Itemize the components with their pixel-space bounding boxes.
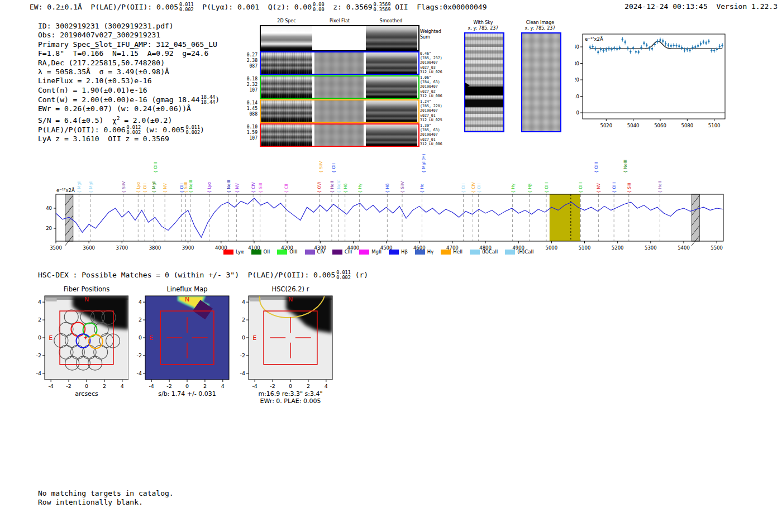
svg-text:5200: 5200 [612,245,624,251]
fiber-row-id: 1.06"(784, 63)20190407v027_02312_LU_006 [420,75,454,98]
header-summary-line: EW: 0.2±0.1Å P(LAE)/P(OII): 0.0050.0110.… [30,2,487,12]
fiber-2dspec-image [261,52,312,74]
svg-text:5100: 5100 [579,245,591,251]
svg-text:-2: -2 [166,383,171,389]
stacked-uncertainty: 0.0110.002 [184,125,200,135]
emission-line-label: { NV [163,183,168,193]
weighted-sum-label: WeightedSum [420,29,441,40]
svg-text:20: 20 [46,226,52,231]
legend-item: CIII [332,249,352,255]
compass-north-label: N [288,296,293,303]
fiber-row-weights: 0.182.32107 [242,76,258,93]
legend-item: (H)CaII [505,249,533,255]
svg-text:5080: 5080 [681,123,694,128]
footer-line: Row intentionally blank. [38,498,174,507]
emission-line-label: { OIII [544,182,549,193]
legend-swatch [223,250,233,255]
clean-title: Clean Image [512,20,568,25]
clean-image [521,32,561,132]
legend-swatch [332,250,342,255]
svg-text:5500: 5500 [711,245,723,251]
legend-item: OII [251,249,270,255]
info-line: LineFlux = 2.10(±0.53)e-16 [38,76,220,85]
panel-caption: s/b: 1.74 +/- 0.031 [158,390,216,397]
info-line: ID: 3002919231 (3002919231.pdf) [38,22,220,31]
weighted-sum-smoothed-image [366,26,417,50]
stacked-uncertainty: 0.0120.002 [126,125,141,135]
svg-text:-4: -4 [240,370,245,376]
footer-note: No matching targets in catalog.Row inten… [38,489,174,507]
legend-swatch [359,250,369,255]
svg-text:-2: -2 [270,383,275,389]
emission-line-label: { CIV [471,181,476,193]
stacked-uncertainty: 0.0110.002 [178,2,194,12]
emission-line-label: { HeII [657,181,662,193]
fiber-smoothed-image [366,52,417,74]
svg-text:e⁻¹⁷x2Å: e⁻¹⁷x2Å [56,187,75,193]
svg-text:5100: 5100 [708,123,721,128]
emission-line-label: { Hγ [357,183,363,193]
panel-caption: arcsecs [75,390,98,397]
detection-info-block: ID: 3002919231 (3002919231.pdf)Obs: 2019… [38,22,220,144]
legend-swatch [251,250,261,255]
emission-line-label: { Hγ [511,183,516,193]
hsc-dex-match-line: HSC-DEX : Possible Matches = 0 (within +… [38,270,368,280]
emission-line-label: { OIII [578,182,583,193]
emission-line-label: { Hε [419,184,425,193]
legend-item: OIII [277,249,297,255]
svg-text:2: 2 [307,383,310,389]
info-line: Cont(w) = 2.00(±0.00)e-16 (gmag 18.4418.… [38,95,220,104]
info-line: F=1.8" T=0.166 N=1.15 A=0.92 g=24.6 [38,49,220,58]
svg-text:-2: -2 [240,352,245,358]
svg-text:3500: 3500 [50,245,62,251]
elixer-report: EW: 0.2±0.1Å P(LAE)/P(OII): 0.0050.0110.… [0,0,782,532]
info-line: S/N = 6.4(±0.5) χ2 = 2.0(±0.2) [38,114,220,126]
panel-caption: EWr: 0. PLAE: 0.005 [260,397,321,405]
info-line: RA,Dec (217.225815,50.748280) [38,59,220,68]
fiber-row-weights: 0.141.45088 [242,100,258,117]
legend-swatch [470,250,480,255]
svg-text:0: 0 [139,334,142,341]
stacked-uncertainty: 0.35690.3569 [373,2,391,12]
fiber-pixelflat-image [314,76,364,98]
header-timestamp-version: 2024-12-24 00:13:45 Version 1.22.3 [624,2,778,11]
svg-text:4: 4 [221,383,225,389]
emission-line-label: { NV [596,183,601,193]
emission-line-label: { OVI [317,182,322,193]
emission-line-label: { CIV [251,181,256,193]
pixel-flat-title: Pixel Flat [321,18,358,23]
emission-line-label: { HeII [330,181,335,193]
svg-text:-2: -2 [66,383,71,389]
footer-line: No matching targets in catalog. [38,489,174,498]
svg-text:-4: -4 [149,383,154,389]
gaussian-fit-line [590,41,722,49]
fiber-2dspec-image [261,76,312,98]
svg-text:2: 2 [242,317,245,323]
svg-text:-4: -4 [36,370,41,376]
svg-text:5400: 5400 [678,245,690,251]
svg-text:20: 20 [575,77,579,83]
svg-text:5020: 5020 [600,123,612,128]
legend-swatch [389,250,399,255]
svg-text:5000: 5000 [546,245,558,251]
compass-east-label: E [252,334,256,342]
svg-text:3900: 3900 [182,245,194,251]
svg-text:4: 4 [121,383,124,389]
weighted-sum-pixelflat-image [314,26,364,50]
panel-title: HSC(26.2) r [272,285,309,293]
spectrum-legend: LyαOIIOIIICIVCIIIMgIIHβHγHeII(K)CaII(H)C… [223,249,533,255]
twod-spec-title: 2D Spec [268,18,305,23]
fiber-row-weights: 0.272.38087 [242,52,258,69]
svg-text:0: 0 [242,334,245,341]
legend-item: MgII [359,249,382,255]
fiber-row-id: 1.24"(785, 228)20190407v027_01312_LU_025 [420,99,454,122]
emission-line-labels: { MgII{ MgII{ SiIV{ Lyα{ OII{ MgII{ OIII… [77,154,662,193]
legend-swatch [277,250,287,255]
legend-swatch [305,250,315,255]
emission-line-label: { Lyα [136,182,141,193]
clean-coords: x, y: 785, 237 [512,26,568,31]
info-line: Obs: 20190407v027_3002919231 [38,31,220,40]
svg-text:5040: 5040 [627,123,640,128]
svg-text:4: 4 [242,299,245,305]
fiber-pixelflat-image [314,52,364,74]
